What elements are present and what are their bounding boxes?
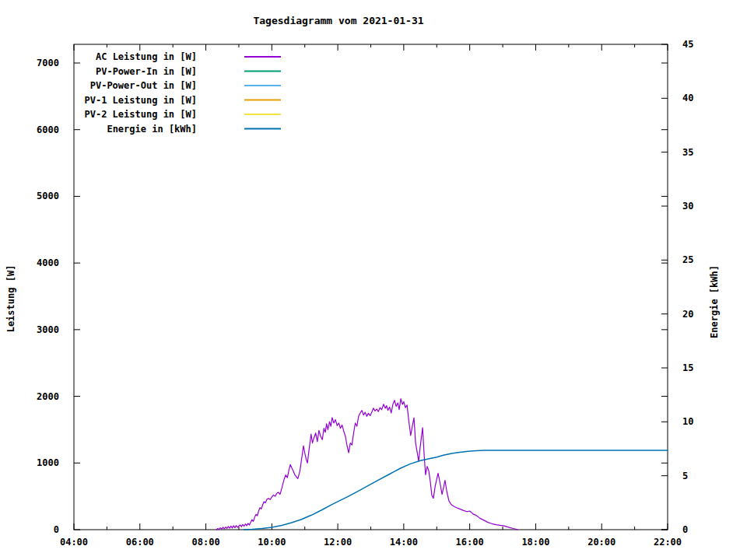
- x-tick-label: 12:00: [324, 537, 352, 548]
- x-tick-label: 16:00: [456, 537, 484, 548]
- x-tick-label: 22:00: [654, 537, 682, 548]
- y-right-tick-label: 5: [682, 471, 688, 481]
- y-right-tick-label: 30: [682, 201, 693, 212]
- x-tick-label: 20:00: [587, 537, 615, 548]
- x-tick-label: 08:00: [191, 537, 219, 548]
- x-tick-label: 18:00: [521, 537, 549, 548]
- y-right-axis-label: Energie [kWh]: [709, 265, 720, 338]
- y-right-tick-label: 15: [682, 362, 693, 373]
- y-left-tick-label: 4000: [37, 257, 59, 268]
- y-left-tick-label: 2000: [37, 391, 59, 402]
- y-left-tick-label: 7000: [37, 58, 59, 68]
- x-tick-label: 10:00: [258, 537, 286, 548]
- legend-label: PV-Power-In in [W]: [96, 66, 197, 77]
- x-tick-label: 14:00: [390, 537, 418, 548]
- legend-label: Energie in [kWh]: [107, 124, 197, 135]
- y-right-tick-label: 25: [682, 254, 693, 265]
- x-tick-label: 06:00: [126, 537, 154, 548]
- y-right-tick-label: 45: [682, 39, 693, 50]
- legend-label: PV-1 Leistung in [W]: [85, 95, 198, 106]
- y-left-tick-label: 1000: [37, 457, 59, 468]
- y-left-tick-label: 6000: [37, 124, 59, 135]
- legend-label: PV-Power-Out in [W]: [90, 80, 197, 91]
- chart-page: 04:0006:0008:0010:0012:0014:0016:0018:00…: [0, 0, 747, 560]
- chart-canvas: 04:0006:0008:0010:0012:0014:0016:0018:00…: [0, 0, 747, 560]
- y-left-tick-label: 5000: [37, 191, 59, 201]
- y-right-tick-label: 20: [682, 309, 693, 320]
- y-left-tick-label: 3000: [37, 324, 59, 335]
- y-left-axis-label: Leistung [W]: [5, 265, 16, 333]
- x-tick-label: 04:00: [60, 537, 88, 548]
- legend-label: AC Leistung in [W]: [96, 51, 197, 62]
- y-left-tick-label: 0: [54, 524, 59, 535]
- y-right-tick-label: 0: [682, 524, 688, 535]
- y-right-tick-label: 10: [682, 416, 693, 427]
- chart-title: Tagesdiagramm vom 2021-01-31: [253, 15, 423, 26]
- y-right-tick-label: 35: [682, 147, 693, 158]
- y-right-tick-label: 40: [682, 93, 693, 103]
- legend-label: PV-2 Leistung in [W]: [85, 109, 198, 120]
